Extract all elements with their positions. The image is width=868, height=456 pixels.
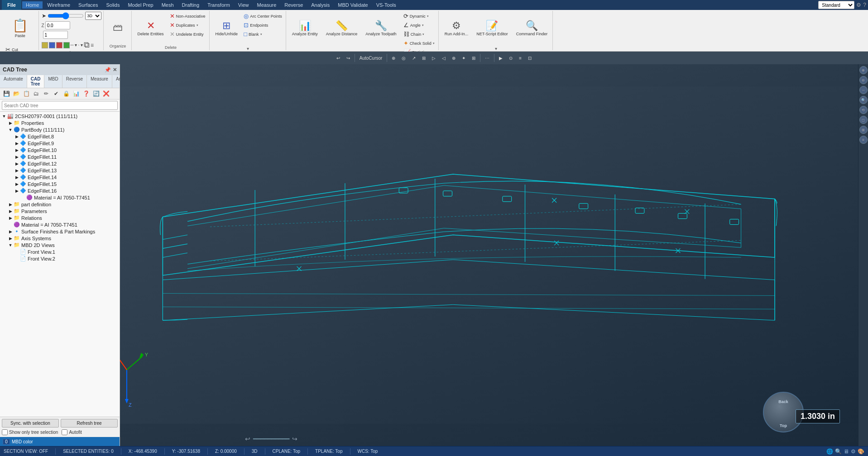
status-settings-icon[interactable]: ⚙ [851,448,856,455]
tree-front-view-1[interactable]: 📄 Front View.1 [0,248,120,255]
panel-tb-sync[interactable]: 🔄 [91,89,101,98]
panel-tb-close[interactable]: ❌ [101,89,110,98]
chain-arrow[interactable]: ▾ [422,33,424,36]
tree-relations[interactable]: ▶ 📁 Relations [0,214,120,221]
tab-measure[interactable]: Measure [87,75,112,88]
cmd-snap2[interactable]: ◎ [399,54,408,62]
tree-edgefillet-10[interactable]: ▶ 🔷 EdgeFillet.10 [0,147,120,153]
delete-entities-button[interactable]: ✕ Delete Entities [134,12,167,44]
tree-partbody-arrow[interactable]: ▼ [7,128,14,132]
cmd-more[interactable]: ⋯ [482,54,492,62]
tree-part-def[interactable]: ▶ 📁 part definition [0,201,120,208]
tree-ef11-arrow[interactable]: ▶ [14,155,20,159]
menu-model-prep[interactable]: Model Prep [124,1,157,9]
tree-edgefillet-8[interactable]: ▶ 🔷 EdgeFillet.8 [0,133,120,140]
line-style-dropdown[interactable]: ─ ▾ [71,43,77,48]
point-style-dropdown[interactable]: · ▾ [78,43,83,48]
tree-material-outer[interactable]: 🟣 Material = AI 7050-T7451 [0,221,120,228]
tree-edgefillet-14[interactable]: ▶ 🔷 EdgeFillet.14 [0,174,120,180]
rs-btn-2[interactable]: ⊖ [859,76,868,84]
panel-tb-help[interactable]: ❓ [82,89,91,98]
menu-vs-tools[interactable]: VS-Tools [373,1,400,9]
panel-close-icon[interactable]: ✕ [113,67,117,73]
tree-params-arrow[interactable]: ▶ [7,209,14,214]
tree-ef10-arrow[interactable]: ▶ [14,148,20,152]
cmd-relative[interactable]: ✦ [459,54,468,62]
panel-tb-save[interactable]: 💾 [2,89,11,98]
tree-relations-arrow[interactable]: ▶ [7,216,14,220]
run-add-in-button[interactable]: ⚙ Run Add-In... [441,12,472,44]
cmd-view-nav-2[interactable]: ⊙ [506,54,515,62]
rs-btn-1[interactable]: ⊕ [859,66,868,74]
tree-properties[interactable]: ▶ 📁 Properties [0,119,120,126]
duplicates-button[interactable]: ✕ Duplicates ▾ [168,21,207,29]
tree-surface-finishes[interactable]: ▶ 🔹 Surface Finishes & Part Markings [0,228,120,235]
panel-tb-check[interactable]: ✔ [52,89,61,98]
endpoints-button[interactable]: ⊡ Endpoints [242,21,284,29]
tree-partdef-arrow[interactable]: ▶ [7,202,14,207]
tree-ef13-arrow[interactable]: ▶ [14,168,20,173]
tree-ef14-arrow[interactable]: ▶ [14,175,20,180]
menu-home[interactable]: Home [22,1,43,9]
tree-ef9-arrow[interactable]: ▶ [14,141,20,146]
tree-parameters[interactable]: ▶ 📁 Parameters [0,208,120,214]
color-swatch-1[interactable] [42,42,48,48]
status-zoom-icon[interactable]: 🔍 [835,448,842,455]
nav-fwd-icon[interactable]: ↪ [292,435,297,442]
status-network-icon[interactable]: 🌐 [826,448,833,455]
tab-reverse[interactable]: Reverse [62,75,87,88]
tree-ef15-arrow[interactable]: ▶ [14,182,20,186]
menu-view[interactable]: View [235,1,253,9]
chain-button[interactable]: ⛓ Chain ▾ [402,30,436,38]
search-input[interactable] [2,101,118,110]
add-ins-expand-icon[interactable]: ▾ [495,46,497,51]
color-swatch-3[interactable] [56,42,62,48]
analyze-toolpath-button[interactable]: 🔧 Analyze Toolpath [362,12,399,44]
undelete-button[interactable]: ✕ Undelete Entity [168,30,207,38]
standard-dropdown[interactable]: Standard [818,1,854,9]
tree-edgefillet-9[interactable]: ▶ 🔷 EdgeFillet.9 [0,140,120,147]
rs-btn-4[interactable]: 🔍 [859,96,868,104]
panel-tb-paste[interactable]: 📋 [22,89,31,98]
hide-unhide-button[interactable]: ⊞ Hide/Unhide [212,12,241,44]
tree-front-view-2[interactable]: 📄 Front View.2 [0,255,120,262]
tree-material-inner[interactable]: 🟣 Material = AI 7050-T7451 [0,194,120,201]
viewport[interactable]: Z Y X Back Top 1.3030 in ↩ [120,64,858,446]
menu-analysis[interactable]: Analysis [307,1,333,9]
panel-tb-chart[interactable]: 📊 [72,89,81,98]
menu-transform[interactable]: Transform [204,1,234,9]
autofit-label[interactable]: Autofit [62,429,82,435]
blank-button[interactable]: □ Blank ▾ [242,30,284,38]
tree-axis-systems[interactable]: ▶ 📁 Axis Systems [0,235,120,242]
tree-partbody[interactable]: ▼ 🔵 PartBody (111/111) [0,126,120,133]
command-finder-button[interactable]: 🔍 Command Finder [513,12,551,44]
non-associative-button[interactable]: ✕ Non-Associative [168,12,207,20]
panel-pin-icon[interactable]: 📌 [105,67,111,73]
tree-edgefillet-11[interactable]: ▶ 🔷 EdgeFillet.11 [0,153,120,160]
tree-ef8-arrow[interactable]: ▶ [14,134,20,139]
help-icon[interactable]: ? [863,2,866,8]
duplicates-arrow[interactable]: ▾ [197,24,198,27]
status-display-icon[interactable]: 🖥 [844,448,849,455]
tree-root[interactable]: ▼ 🏭 2CSH20797-0001 (111/111) [0,113,120,119]
view-dropdown[interactable]: 3D [85,12,101,20]
tab-automate[interactable]: Automate [0,75,27,88]
tree-mbd-views[interactable]: ▼ 📁 MBD 2D Views [0,242,120,248]
rs-btn-8[interactable]: ≡ [859,136,868,144]
color-swatch-2[interactable] [49,42,55,48]
tree-root-arrow[interactable]: ▼ [1,114,7,119]
tree-ef12-arrow[interactable]: ▶ [14,162,20,166]
menu-surfaces[interactable]: Surfaces [75,1,101,9]
tree-edgefillet-15[interactable]: ▶ 🔷 EdgeFillet.15 [0,180,120,187]
organize-button[interactable]: 🗃 [110,14,125,41]
tree-properties-arrow[interactable]: ▶ [7,121,14,125]
cmd-undo[interactable]: ↩ [334,54,343,62]
z-input[interactable] [45,21,70,29]
nav-bar-slider[interactable]: ━━━━━━━━━━ [253,435,289,442]
sync-button[interactable]: Sync. with selection [2,419,59,428]
tab-mbd[interactable]: MBD [44,75,62,88]
menu-mbd-validate[interactable]: MBD Validate [334,1,371,9]
cmd-center[interactable]: ▷ [429,54,438,62]
angle-button[interactable]: ∠ Angle ▾ [402,21,436,29]
cmd-endpoint[interactable]: ↗ [409,54,418,62]
